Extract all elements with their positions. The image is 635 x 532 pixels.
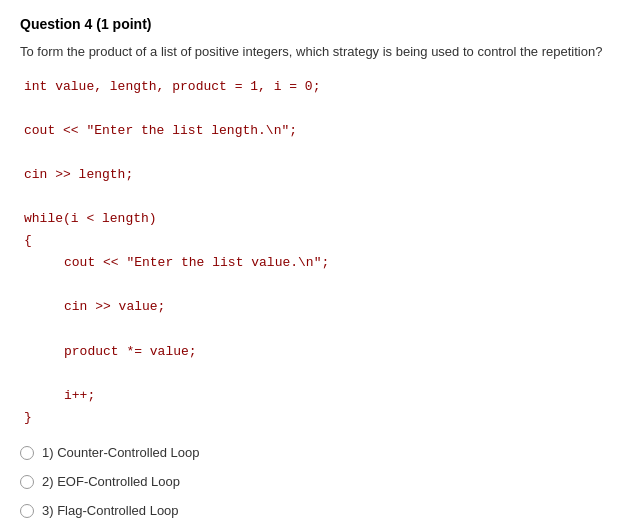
question-text: To form the product of a list of positiv… xyxy=(20,42,615,62)
question-label: Question 4 xyxy=(20,16,92,32)
code-line: { xyxy=(24,230,615,252)
code-line xyxy=(24,274,615,296)
question-header: Question 4 (1 point) xyxy=(20,16,615,32)
code-line: cout << "Enter the list value.\n"; xyxy=(24,252,615,274)
code-line: while(i < length) xyxy=(24,208,615,230)
code-line: cin >> value; xyxy=(24,296,615,318)
option-label-3: 3) Flag-Controlled Loop xyxy=(42,503,179,518)
code-line: } xyxy=(24,407,615,429)
code-line: i++; xyxy=(24,385,615,407)
question-points-val: (1 point) xyxy=(96,16,151,32)
code-line: product *= value; xyxy=(24,341,615,363)
radio-option-3[interactable] xyxy=(20,504,34,518)
code-line: cin >> length; xyxy=(24,164,615,186)
code-block: int value, length, product = 1, i = 0; c… xyxy=(20,76,615,430)
code-line xyxy=(24,186,615,208)
code-line xyxy=(24,142,615,164)
code-line xyxy=(24,319,615,341)
option-item[interactable]: 3) Flag-Controlled Loop xyxy=(20,503,615,518)
code-line xyxy=(24,98,615,120)
code-line xyxy=(24,363,615,385)
radio-option-1[interactable] xyxy=(20,446,34,460)
code-line: int value, length, product = 1, i = 0; xyxy=(24,76,615,98)
radio-option-2[interactable] xyxy=(20,475,34,489)
option-item[interactable]: 2) EOF-Controlled Loop xyxy=(20,474,615,489)
code-line: cout << "Enter the list length.\n"; xyxy=(24,120,615,142)
option-label-2: 2) EOF-Controlled Loop xyxy=(42,474,180,489)
options-list: 1) Counter-Controlled Loop2) EOF-Control… xyxy=(20,445,615,532)
option-item[interactable]: 1) Counter-Controlled Loop xyxy=(20,445,615,460)
option-label-1: 1) Counter-Controlled Loop xyxy=(42,445,200,460)
